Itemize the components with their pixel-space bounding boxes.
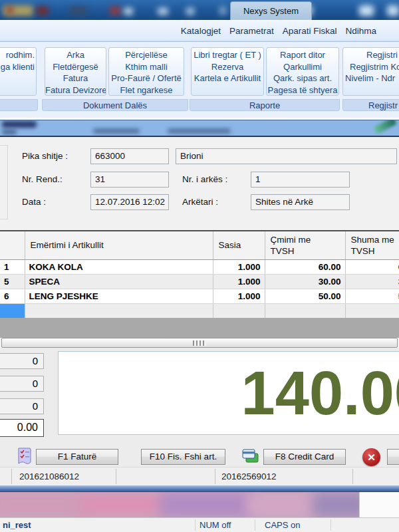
- menu-katalogjet[interactable]: Katalogjet: [181, 26, 221, 36]
- pika-shitje-name-input[interactable]: Brioni: [176, 148, 397, 164]
- ribbon-item[interactable]: Raport ditor: [267, 49, 338, 61]
- cell[interactable]: [265, 303, 345, 318]
- document-header-form: Pika shitje : 663000 Brioni Nr. Rend.: 3…: [0, 137, 399, 230]
- delete-icon[interactable]: ✕: [362, 448, 380, 466]
- cell[interactable]: 1.000: [213, 259, 265, 274]
- ribbon-group-partial-left: rodhim.ga klienti: [0, 47, 37, 96]
- ribbon-item[interactable]: Libri tregtar ( ET ): [192, 49, 263, 61]
- ribbon-item[interactable]: rodhim.: [0, 49, 36, 61]
- cell[interactable]: 1.000: [213, 289, 265, 303]
- col-cmimi[interactable]: Çmimi me TVSH: [265, 231, 345, 259]
- receipt-icon[interactable]: [17, 447, 33, 466]
- window-title: Nexys System: [243, 6, 299, 16]
- cell[interactable]: 60.00: [345, 259, 399, 274]
- cell[interactable]: 6: [0, 289, 25, 303]
- ribbon-item[interactable]: ga klienti: [0, 61, 36, 73]
- ribbon-item[interactable]: Përcjellëse: [109, 49, 184, 61]
- nr-rend-label: Nr. Rend.:: [22, 172, 63, 188]
- col-code[interactable]: [0, 231, 25, 259]
- cell[interactable]: 60.00: [265, 259, 345, 274]
- cell[interactable]: [345, 303, 399, 318]
- table-row[interactable]: 5SPECA1.00030.0030.00: [0, 274, 399, 289]
- cell[interactable]: 1.000: [213, 274, 265, 289]
- statusbar: 201621086012 20162569012: [0, 467, 399, 485]
- ribbon-item[interactable]: Pagesa të shtyera: [267, 84, 338, 96]
- cell[interactable]: [213, 303, 265, 318]
- ribbon: rodhim.ga klienti ArkaFletdërgesëFaturaF…: [0, 41, 399, 112]
- ribbon-item[interactable]: Pro-Faurë / Ofertë: [109, 72, 184, 84]
- col-shuma[interactable]: Shuma me TVSH: [345, 231, 399, 259]
- col-emertimi[interactable]: Emërtimi i Artikullit: [25, 231, 213, 259]
- groupbox-fragment: [0, 145, 8, 219]
- blurred-text: [168, 128, 231, 134]
- bottom-statusbar: ni_rest NUM off CAPS on: [0, 517, 399, 532]
- table-row-empty[interactable]: [0, 303, 399, 318]
- nr-rend-input[interactable]: 31: [90, 172, 169, 188]
- selected-cell[interactable]: [0, 303, 25, 318]
- ribbon-item[interactable]: Kartela e Artikullit: [192, 72, 263, 84]
- app-window: Nexys System Katalogjet Parametrat Apara…: [0, 0, 399, 532]
- menu-ndihma[interactable]: Ndihma: [345, 26, 376, 36]
- table-header-row: Emërtimi i Artikullit Sasia Çmimi me TVS…: [0, 231, 399, 259]
- cell[interactable]: 5: [0, 274, 25, 289]
- cell[interactable]: LENG PJESHKE: [25, 289, 213, 303]
- nr-arkes-label: Nr. i arkës :: [182, 172, 227, 188]
- fiscal-number-left: 201621086012: [19, 467, 79, 486]
- f8-credit-card-button[interactable]: F8 Credit Card: [263, 449, 346, 465]
- blurred-content: [160, 492, 253, 517]
- ribbon-item[interactable]: Fatura Devizore: [45, 84, 106, 96]
- f10-fis-fshi-art-button[interactable]: F10 Fis. Fshi art.: [141, 449, 225, 465]
- menu-aparati-fiskal[interactable]: Aparati Fiskal: [283, 26, 337, 36]
- ribbon-item[interactable]: Rezerva: [192, 61, 263, 73]
- f1-fature-button[interactable]: F1 Faturë: [36, 449, 118, 465]
- ribbon-item[interactable]: Arka: [45, 49, 106, 61]
- arketari-label: Arkëtari :: [182, 194, 218, 210]
- ribbon-item[interactable]: Fletdërgesë: [45, 61, 106, 73]
- blurred-content: [80, 495, 166, 515]
- credit-card-icon[interactable]: [241, 447, 259, 465]
- ribbon-item[interactable]: Flet ngarkese: [109, 84, 184, 96]
- ribbon-group-label-raporte: Raporte: [190, 99, 340, 111]
- amount-input[interactable]: 0.00: [0, 419, 44, 437]
- counter-field-1[interactable]: 0: [0, 353, 44, 369]
- window-bottom-edge: [0, 485, 399, 492]
- cell[interactable]: 1: [0, 259, 25, 274]
- ribbon-item[interactable]: Regjistrim Ko: [343, 61, 399, 73]
- blurred-icon: [158, 8, 168, 15]
- data-input[interactable]: 12.07.2016 12:02: [90, 194, 169, 210]
- ribbon-group-label-regjistr: Regjistr: [342, 99, 399, 111]
- menu-parametrat[interactable]: Parametrat: [229, 26, 274, 36]
- blurred-text: [2, 121, 37, 128]
- table-row[interactable]: 1KOKA KOLA1.00060.0060.00: [0, 259, 399, 274]
- nr-arkes-input[interactable]: 1: [251, 172, 350, 188]
- table-row[interactable]: 6LENG PJESHKE1.00050.0050.00: [0, 289, 399, 303]
- blurred-content: [0, 492, 86, 517]
- blurred-text: [2, 130, 17, 134]
- blurred-icon: [37, 7, 49, 15]
- ribbon-item[interactable]: Regjistri: [343, 49, 399, 61]
- cell[interactable]: 50.00: [265, 289, 345, 303]
- col-sasia[interactable]: Sasia: [213, 231, 265, 259]
- cell[interactable]: 30.00: [265, 274, 345, 289]
- ribbon-item[interactable]: Fatura: [45, 72, 106, 84]
- cell[interactable]: 50.00: [345, 289, 399, 303]
- cell[interactable]: SPECA: [25, 274, 213, 289]
- ribbon-item[interactable]: Kthim malli: [109, 61, 184, 73]
- ribbon-item[interactable]: Nivelim - Ndr: [343, 72, 399, 84]
- cell[interactable]: KOKA KOLA: [25, 259, 213, 274]
- pika-shitje-label: Pika shitje :: [22, 148, 68, 164]
- ribbon-item[interactable]: Qarkullimi: [267, 61, 338, 73]
- counter-field-2[interactable]: 0: [0, 376, 44, 392]
- window-title-tab[interactable]: Nexys System: [230, 1, 312, 20]
- ribbon-item[interactable]: Qark. sipas art.: [267, 72, 338, 84]
- bottombar-separator: [255, 519, 255, 531]
- cell[interactable]: 30.00: [345, 274, 399, 289]
- arketari-input[interactable]: Shites në Arkë: [251, 194, 350, 210]
- counter-field-3[interactable]: 0: [0, 398, 44, 414]
- scrollbar-grip[interactable]: [193, 340, 206, 346]
- total-display: 140.00: [59, 352, 399, 434]
- horizontal-scrollbar[interactable]: [1, 338, 398, 348]
- pika-shitje-input[interactable]: 663000: [90, 148, 169, 164]
- partial-button[interactable]: [387, 449, 399, 465]
- cell[interactable]: [25, 303, 213, 318]
